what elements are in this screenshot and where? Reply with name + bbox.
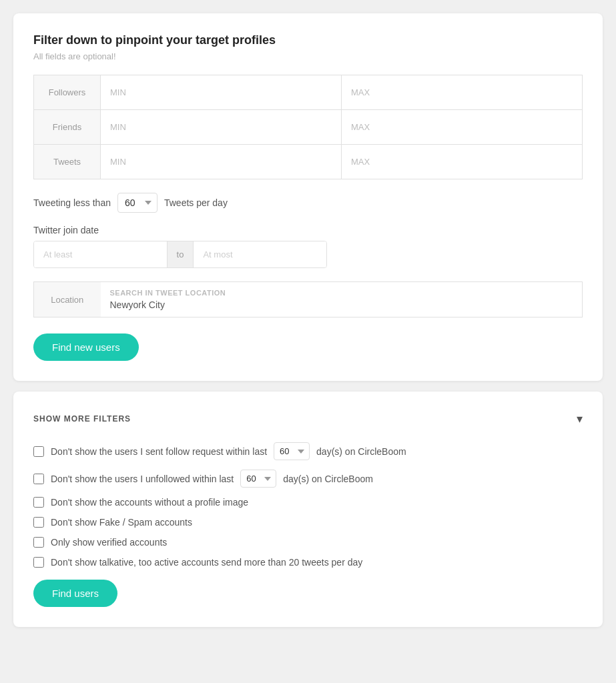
table-row: Friends — [34, 110, 583, 145]
filter-text-before: Don't show the accounts without a profil… — [51, 497, 248, 508]
row-label: Followers — [34, 75, 101, 110]
max-input[interactable] — [342, 145, 582, 179]
location-table: Location SEARCH IN TWEET LOCATION — [33, 281, 583, 317]
max-input[interactable] — [342, 110, 582, 144]
filter-text-before: Don't show Fake / Spam accounts — [51, 517, 192, 528]
at-least-input[interactable] — [34, 241, 167, 267]
filter-check-row: Don't show the users I unfollowed within… — [33, 470, 583, 488]
filter-check-row: Don't show the accounts without a profil… — [33, 497, 583, 508]
table-row: Followers — [34, 75, 583, 110]
filter-checkbox-filter2[interactable] — [33, 474, 44, 484]
filter-text-before: Don't show talkative, too active account… — [51, 557, 362, 568]
chevron-down-icon: ▾ — [577, 412, 583, 426]
table-row: Tweets — [34, 145, 583, 179]
filter-checkbox-filter3[interactable] — [33, 497, 44, 508]
location-input[interactable] — [110, 299, 573, 310]
join-date-label: Twitter join date — [33, 225, 583, 235]
date-range-row: to — [33, 241, 327, 268]
page-subtitle: All fields are optional! — [33, 51, 583, 61]
at-most-input[interactable] — [194, 241, 326, 267]
location-search-label: SEARCH IN TWEET LOCATION — [110, 289, 573, 297]
filter-check-row: Don't show Fake / Spam accounts — [33, 517, 583, 528]
more-filters-card: SHOW MORE FILTERS ▾ Don't show the users… — [13, 392, 603, 627]
filter-text-before: Don't show the users I unfollowed within… — [51, 474, 234, 484]
find-new-users-button[interactable]: Find new users — [33, 333, 139, 361]
show-more-header[interactable]: SHOW MORE FILTERS ▾ — [33, 412, 583, 426]
followers-friends-tweets-table: Followers Friends Tweets — [33, 75, 583, 179]
filter-checkbox-filter5[interactable] — [33, 537, 44, 548]
filter-checkbox-filter6[interactable] — [33, 557, 44, 568]
tweeting-select[interactable]: 102030405060708090100 — [117, 193, 158, 213]
show-more-title: SHOW MORE FILTERS — [33, 414, 131, 424]
page-title: Filter down to pinpoint your target prof… — [33, 33, 583, 47]
filter-select-filter1[interactable]: 102030405060708090100 — [274, 442, 310, 460]
filter-text-before: Don't show the users I sent follow reque… — [51, 446, 267, 457]
tweeting-prefix: Tweeting less than — [33, 197, 111, 208]
filter-check-row: Only show verified accounts — [33, 537, 583, 548]
filter-check-row: Don't show the users I sent follow reque… — [33, 442, 583, 460]
filter-check-row: Don't show talkative, too active account… — [33, 557, 583, 568]
main-filter-card: Filter down to pinpoint your target prof… — [13, 13, 603, 381]
tweeting-suffix: Tweets per day — [164, 197, 228, 208]
filter-text-after: day(s) on CircleBoom — [283, 474, 373, 484]
filter-text-before: Only show verified accounts — [51, 537, 167, 548]
row-label: Tweets — [34, 145, 101, 179]
filter-checkbox-filter4[interactable] — [33, 517, 44, 528]
location-label: Location — [34, 282, 101, 317]
min-input[interactable] — [101, 145, 341, 179]
max-input[interactable] — [342, 75, 582, 109]
filter-text-after: day(s) on CircleBoom — [316, 446, 406, 457]
min-input[interactable] — [101, 110, 341, 144]
tweeting-row: Tweeting less than 102030405060708090100… — [33, 193, 583, 213]
filter-select-filter2[interactable]: 102030405060708090100 — [240, 470, 276, 488]
row-label: Friends — [34, 110, 101, 145]
min-input[interactable] — [101, 75, 341, 109]
filter-checkbox-filter1[interactable] — [33, 446, 44, 457]
find-users-button[interactable]: Find users — [33, 580, 117, 607]
date-separator: to — [167, 241, 194, 267]
filters-section: Don't show the users I sent follow reque… — [33, 442, 583, 580]
